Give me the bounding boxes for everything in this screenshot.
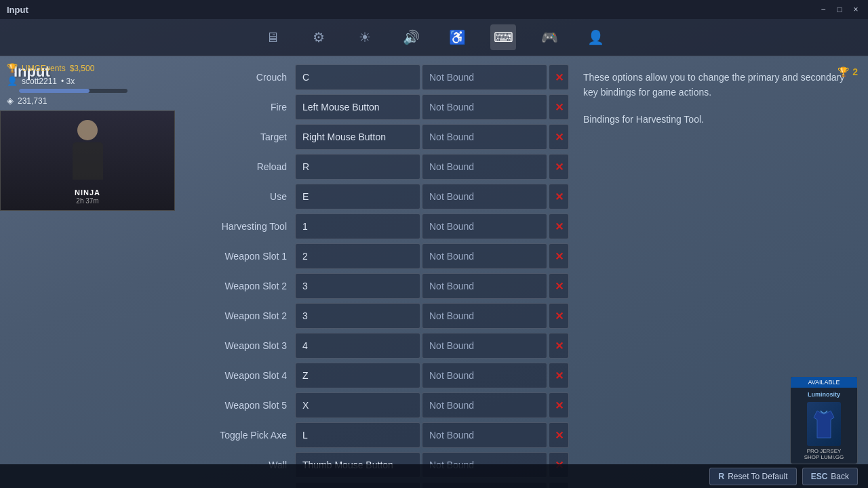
binding-secondary-field[interactable]: Not Bound <box>422 303 547 329</box>
binding-row: Harvesting Tool1Not Bound✕ <box>176 212 570 241</box>
webcam: NINJA 2h 37m <box>0 110 175 211</box>
title-bar: Input − □ × <box>0 0 868 19</box>
binding-secondary-field[interactable]: Not Bound <box>422 154 547 180</box>
binding-clear-button[interactable]: ✕ <box>549 214 569 239</box>
ad-jersey <box>807 402 841 446</box>
webcam-label: NINJA <box>75 188 100 197</box>
binding-secondary-field[interactable]: Not Bound <box>422 363 547 388</box>
username: scott2211 <box>22 77 57 86</box>
binding-clear-button[interactable]: ✕ <box>549 303 569 329</box>
binding-action-label: Weapon Slot 1 <box>176 251 295 262</box>
nav-bar: 🖥 ⚙ ☀ 🔊 ♿ ⌨ 🎮 👤 <box>0 19 868 56</box>
ad-promo: PRO JERSEYSHOP LUMI.GG <box>804 448 844 460</box>
binding-row: Weapon Slot 12Not Bound✕ <box>176 242 570 270</box>
binding-action-label: Target <box>176 131 295 142</box>
x-icon: ✕ <box>555 71 564 84</box>
binding-action-label: Toggle Pick Axe <box>176 430 295 441</box>
binding-primary-field[interactable]: E <box>295 184 420 209</box>
x-icon: ✕ <box>555 250 564 263</box>
binding-clear-button[interactable]: ✕ <box>549 392 569 418</box>
binding-clear-button[interactable]: ✕ <box>549 94 569 120</box>
event-name: UMGEvents <box>22 64 66 73</box>
ad-header: AVAILABLE <box>791 377 857 388</box>
binding-primary-field[interactable]: L <box>295 422 420 448</box>
binding-action-label: Weapon Slot 2 <box>176 310 295 321</box>
binding-secondary-field[interactable]: Not Bound <box>422 214 547 239</box>
close-button[interactable]: × <box>850 5 861 14</box>
binding-clear-button[interactable]: ✕ <box>549 422 569 448</box>
binding-secondary-field[interactable]: Not Bound <box>422 273 547 299</box>
binding-clear-button[interactable]: ✕ <box>549 124 569 150</box>
binding-row: Weapon Slot 34Not Bound✕ <box>176 331 570 360</box>
binding-secondary-field[interactable]: Not Bound <box>422 392 547 418</box>
event-row: 🏆 UMGEvents $3,500 <box>7 63 176 73</box>
nav-brightness-icon[interactable]: ☀ <box>352 24 378 50</box>
trophy-badge: 🏆 2 <box>837 66 858 77</box>
binding-primary-field[interactable]: Right Mouse Button <box>295 124 420 150</box>
binding-row: Weapon Slot 23Not Bound✕ <box>176 302 570 330</box>
binding-clear-button[interactable]: ✕ <box>549 64 569 90</box>
x-icon: ✕ <box>555 369 564 382</box>
info-description: These options allow you to change the pr… <box>583 70 854 100</box>
ad-brand: Luminosity <box>808 391 840 398</box>
binding-secondary-field[interactable]: Not Bound <box>422 124 547 150</box>
nav-accessibility-icon[interactable]: ♿ <box>444 24 470 50</box>
ad-overlay[interactable]: AVAILABLE Luminosity PRO JERSEYSHOP LUMI… <box>790 376 858 464</box>
binding-row: FireLeft Mouse ButtonNot Bound✕ <box>176 93 570 121</box>
binding-primary-field[interactable]: Left Mouse Button <box>295 94 420 120</box>
multiplier: • 3x <box>61 77 75 86</box>
binding-clear-button[interactable]: ✕ <box>549 154 569 180</box>
currency-row: ◈ 231,731 <box>7 96 176 106</box>
binding-secondary-field[interactable]: Not Bound <box>422 243 547 269</box>
bindings-panel: CrouchCNot Bound✕FireLeft Mouse ButtonNo… <box>176 56 868 488</box>
maximize-button[interactable]: □ <box>834 5 845 14</box>
user-icon: 👤 <box>7 76 18 86</box>
binding-primary-field[interactable]: 2 <box>295 243 420 269</box>
binding-clear-button[interactable]: ✕ <box>549 363 569 388</box>
binding-secondary-field[interactable]: Not Bound <box>422 422 547 448</box>
trophy-icon: 🏆 <box>7 63 18 73</box>
user-row: 👤 scott2211 • 3x <box>7 76 176 86</box>
binding-clear-button[interactable]: ✕ <box>549 243 569 269</box>
binding-secondary-field[interactable]: Not Bound <box>422 94 547 120</box>
binding-row: Toggle Pick AxeLNot Bound✕ <box>176 421 570 449</box>
binding-secondary-field[interactable]: Not Bound <box>422 333 547 359</box>
x-icon: ✕ <box>555 131 564 144</box>
reset-default-button[interactable]: R Reset To Default <box>709 468 796 485</box>
binding-primary-field[interactable]: X <box>295 392 420 418</box>
binding-clear-button[interactable]: ✕ <box>549 333 569 359</box>
binding-primary-field[interactable]: R <box>295 154 420 180</box>
binding-secondary-field[interactable]: Not Bound <box>422 184 547 209</box>
minimize-button[interactable]: − <box>818 5 829 14</box>
main-container: 🖥 ⚙ ☀ 🔊 ♿ ⌨ 🎮 👤 Input 🏆 UMGEvents $3,500… <box>0 19 868 488</box>
binding-clear-button[interactable]: ✕ <box>549 273 569 299</box>
binding-action-label: Fire <box>176 102 295 113</box>
bindings-list[interactable]: CrouchCNot Bound✕FireLeft Mouse ButtonNo… <box>176 56 570 488</box>
nav-input-icon[interactable]: ⌨ <box>490 24 516 50</box>
info-binding-text: Bindings for Harvesting Tool. <box>583 114 854 125</box>
binding-primary-field[interactable]: 1 <box>295 214 420 239</box>
binding-secondary-field[interactable]: Not Bound <box>422 64 547 90</box>
back-button[interactable]: ESC Back <box>802 468 858 485</box>
nav-gamepad-icon[interactable]: 🎮 <box>536 24 562 50</box>
nav-settings-icon[interactable]: ⚙ <box>306 24 332 50</box>
binding-clear-button[interactable]: ✕ <box>549 184 569 209</box>
x-icon: ✕ <box>555 399 564 412</box>
binding-primary-field[interactable]: Z <box>295 363 420 388</box>
xp-bar-fill <box>19 89 90 93</box>
binding-primary-field[interactable]: 4 <box>295 333 420 359</box>
xp-bar-container <box>19 89 127 93</box>
binding-row: CrouchCNot Bound✕ <box>176 63 570 92</box>
event-money: $3,500 <box>70 64 95 73</box>
binding-primary-field[interactable]: 3 <box>295 303 420 329</box>
nav-audio-icon[interactable]: 🔊 <box>398 24 424 50</box>
binding-primary-field[interactable]: 3 <box>295 273 420 299</box>
x-icon: ✕ <box>555 101 564 114</box>
nav-account-icon[interactable]: 👤 <box>583 24 608 50</box>
trophy-icon-badge: 🏆 <box>837 66 849 77</box>
x-icon: ✕ <box>555 190 564 203</box>
binding-primary-field[interactable]: C <box>295 64 420 90</box>
nav-monitor-icon[interactable]: 🖥 <box>260 24 285 50</box>
binding-row: TargetRight Mouse ButtonNot Bound✕ <box>176 123 570 151</box>
content-area: Input 🏆 UMGEvents $3,500 👤 scott2211 • 3… <box>0 56 868 488</box>
